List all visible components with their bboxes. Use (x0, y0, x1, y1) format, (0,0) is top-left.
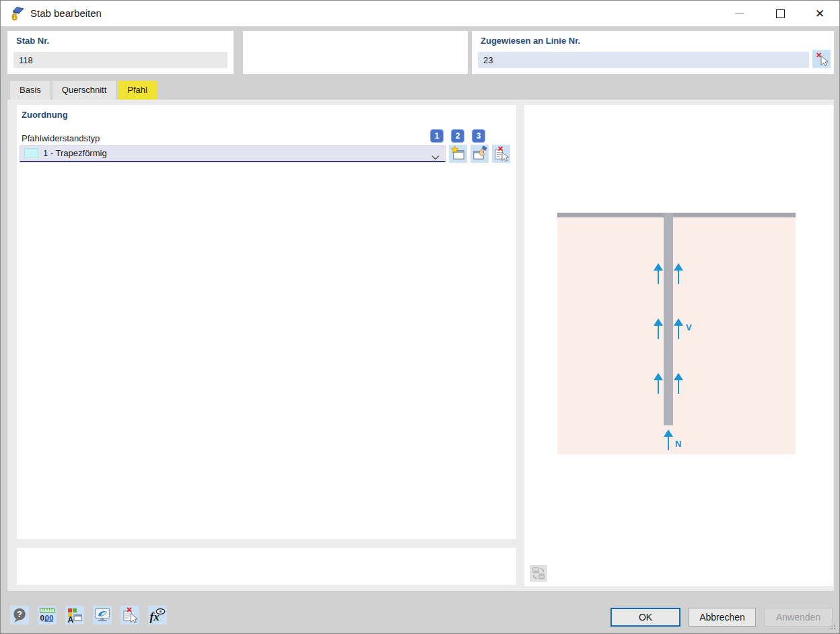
svg-text:6: 6 (12, 11, 18, 22)
minimize-button[interactable] (724, 1, 755, 26)
assigned-line-label: Zugewiesen an Linie Nr. (481, 36, 580, 46)
dialog-stab-bearbeiten: 6 Stab bearbeiten ✕ Stab Nr. Zugewiesen … (0, 0, 840, 634)
member-number-label: Stab Nr. (16, 36, 49, 46)
comment-box[interactable] (17, 548, 516, 585)
deselect-pointer-button[interactable] (812, 50, 831, 68)
chevron-down-icon (431, 151, 440, 163)
assigned-line-group: Zugewiesen an Linie Nr. (472, 31, 834, 74)
section-title: Zuordnung (22, 110, 68, 120)
maximize-icon (776, 9, 785, 18)
delete-assignment-button[interactable] (120, 606, 139, 625)
new-window-star-icon (450, 145, 466, 162)
skin-friction-arrow (674, 318, 683, 339)
dropdown-selected-value: 1 - Trapezförmig (43, 146, 107, 161)
units-icon: 0, 00 (38, 606, 56, 624)
display-properties-button[interactable]: A (65, 606, 84, 625)
pile-preview-panel: V N (524, 105, 833, 586)
close-icon: ✕ (815, 8, 825, 20)
svg-text:00: 00 (45, 614, 54, 622)
display-settings-icon: A (66, 606, 83, 624)
shear-force-label: V (686, 322, 692, 332)
rendering-button[interactable] (93, 606, 112, 625)
delete-pointer-icon (121, 606, 139, 624)
tab-bar: Basis Querschnitt Pfahl (10, 81, 157, 100)
units-settings-button[interactable]: 0, 00 (38, 606, 57, 625)
minimize-icon (735, 13, 744, 14)
main-panel: Zuordnung Pfahlwiderstandstyp 1 2 3 1 - … (7, 100, 834, 591)
svg-text:?: ? (17, 609, 22, 619)
pointer-red-x-icon (813, 50, 830, 67)
edit-type-button[interactable] (470, 145, 489, 163)
base-resistance-arrow (664, 429, 673, 450)
pile-resistance-type-label: Pfahlwiderstandstyp (22, 133, 100, 143)
svg-text:A: A (68, 615, 74, 625)
app-logo-icon: 6 (9, 5, 26, 22)
pile-member (664, 213, 673, 425)
close-button[interactable]: ✕ (804, 1, 835, 26)
titlebar[interactable]: 6 Stab bearbeiten ✕ (1, 1, 839, 26)
apply-button[interactable]: Anwenden (764, 608, 833, 627)
resize-grip[interactable] (829, 623, 835, 629)
color-swatch (24, 148, 38, 158)
tab-querschnitt[interactable]: Querschnitt (53, 81, 116, 100)
cancel-button[interactable]: Abbrechen (689, 608, 756, 627)
skin-friction-arrow (674, 373, 683, 394)
skin-friction-arrow (654, 318, 663, 339)
assignment-section: Zuordnung Pfahlwiderstandstyp 1 2 3 1 - … (17, 105, 516, 539)
delete-pointer-icon (493, 145, 510, 162)
member-number-group: Stab Nr. (7, 31, 234, 74)
ok-button[interactable]: OK (610, 608, 680, 627)
ground-surface (557, 213, 796, 217)
maximize-button[interactable] (765, 1, 796, 26)
new-type-button[interactable] (449, 145, 467, 163)
pile-resistance-type-dropdown[interactable]: 1 - Trapezförmig (20, 145, 446, 162)
assigned-line-field[interactable] (478, 52, 809, 68)
help-icon: ? (11, 606, 28, 624)
tab-basis[interactable]: Basis (10, 81, 50, 100)
tab-pfahl[interactable]: Pfahl (118, 81, 157, 100)
skin-friction-arrow (654, 263, 663, 284)
formula-visibility-button[interactable]: fx (148, 606, 167, 625)
delete-type-button[interactable] (492, 145, 510, 163)
skin-friction-arrow (654, 373, 663, 394)
monitor-icon (94, 606, 111, 624)
axial-force-label: N (675, 439, 681, 449)
swap-view-icon (531, 566, 546, 581)
edit-window-hand-icon (471, 145, 488, 162)
quick-select-3-button[interactable]: 3 (472, 129, 485, 143)
empty-header-box (243, 31, 468, 74)
skin-friction-arrow (674, 263, 683, 284)
help-button[interactable]: ? (10, 606, 29, 625)
window-title: Stab bearbeiten (30, 7, 102, 19)
quick-select-2-button[interactable]: 2 (451, 129, 464, 143)
quick-select-1-button[interactable]: 1 (430, 129, 444, 143)
toggle-view-button[interactable] (530, 565, 547, 582)
formula-eye-icon: fx (149, 606, 166, 624)
member-number-field[interactable] (13, 52, 228, 68)
